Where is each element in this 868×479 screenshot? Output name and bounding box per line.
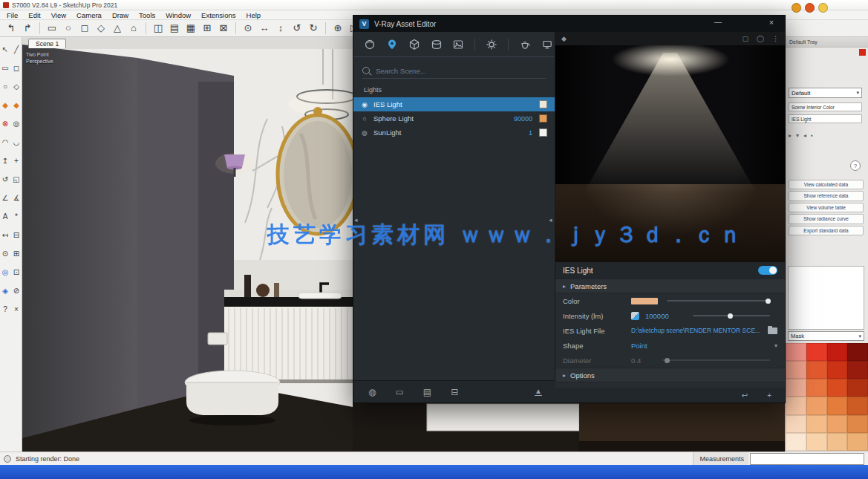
menu-file[interactable]: File: [1, 11, 23, 19]
tool-icon[interactable]: ⊞: [11, 244, 22, 263]
toolbar-icon[interactable]: ▤: [168, 22, 181, 35]
tool-icon[interactable]: ⊙: [0, 244, 11, 263]
collapse-right-icon[interactable]: ◂: [549, 216, 552, 224]
color-swatch[interactable]: [847, 397, 868, 414]
parameters-section-header[interactable]: ▸ Parameters: [555, 278, 785, 293]
plugin-icon[interactable]: [792, 3, 801, 13]
color-swatch[interactable]: [827, 379, 848, 397]
collapse-left-icon[interactable]: ◂: [354, 216, 358, 224]
tool-icon[interactable]: ↺: [0, 170, 11, 189]
menu-window[interactable]: Window: [160, 11, 196, 19]
tray-button[interactable]: Show reference data: [789, 191, 864, 201]
add-icon[interactable]: +: [767, 391, 771, 400]
toolbar-icon[interactable]: ○: [62, 22, 75, 35]
render-elements-icon[interactable]: [451, 37, 466, 52]
tool-icon[interactable]: A: [0, 207, 11, 226]
vray-bottom-icon[interactable]: ▤: [423, 387, 431, 397]
color-swatch[interactable]: [827, 361, 848, 379]
tool-icon[interactable]: ↖: [0, 40, 11, 59]
color-swatch[interactable]: [827, 433, 848, 451]
tray-icon[interactable]: ◂: [803, 132, 806, 139]
tool-icon[interactable]: ?: [0, 300, 11, 319]
toolbar-icon[interactable]: △: [111, 22, 124, 35]
tool-icon[interactable]: ↥: [0, 151, 11, 170]
color-swatch[interactable]: [847, 415, 868, 433]
menu-view[interactable]: View: [46, 11, 71, 19]
toolbar-icon[interactable]: ◇: [94, 22, 108, 35]
menu-extensions[interactable]: Extensions: [196, 11, 241, 19]
options-section-header[interactable]: ▸ Options: [555, 368, 785, 382]
menu-camera[interactable]: Camera: [71, 11, 107, 19]
render-toolbar-icon[interactable]: ▢: [742, 35, 748, 42]
settings-gear-icon[interactable]: [484, 37, 499, 52]
record-badge[interactable]: [859, 49, 866, 56]
color-swatch[interactable]: [806, 361, 827, 379]
color-swatch[interactable]: [847, 361, 868, 379]
intensity-slider[interactable]: [693, 315, 770, 316]
light-row[interactable]: ◍SunLight1: [353, 126, 555, 140]
tool-icon[interactable]: ○: [0, 77, 11, 96]
toolbar-icon[interactable]: ↰: [4, 22, 18, 35]
tool-icon[interactable]: ╱: [11, 40, 22, 59]
materials-icon[interactable]: [362, 37, 377, 52]
tray-header[interactable]: Default Tray: [786, 37, 868, 48]
tray-button[interactable]: View calculated data: [789, 180, 864, 189]
color-swatch[interactable]: [806, 343, 827, 361]
color-swatch[interactable]: [786, 415, 806, 433]
color-swatch[interactable]: [786, 397, 806, 414]
texture-slot-icon[interactable]: [631, 312, 639, 320]
preview-teapot-icon[interactable]: [518, 37, 532, 52]
tool-icon[interactable]: ⊟: [11, 226, 22, 244]
menu-help[interactable]: Help: [241, 11, 267, 19]
tray-icon[interactable]: ▸: [789, 132, 792, 139]
tool-icon[interactable]: ◆: [11, 96, 22, 114]
render-menu-icon[interactable]: ◆: [561, 35, 567, 42]
tool-icon[interactable]: ∠: [0, 189, 11, 207]
plugin-icon[interactable]: [805, 3, 815, 13]
tool-icon[interactable]: ◆: [0, 96, 11, 114]
tool-icon[interactable]: ×: [11, 300, 22, 319]
tray-default-dropdown[interactable]: Default ▾: [789, 88, 862, 98]
light-row[interactable]: ○Sphere Light90000: [353, 111, 555, 126]
close-button[interactable]: ×: [766, 18, 777, 27]
vray-bottom-icon[interactable]: ⊟: [451, 387, 458, 397]
color-swatch[interactable]: [847, 379, 868, 397]
tool-icon[interactable]: ◱: [11, 170, 22, 189]
tray-icon[interactable]: ▪: [811, 132, 813, 139]
folder-icon[interactable]: [768, 328, 777, 334]
light-enabled-toggle[interactable]: [758, 266, 777, 275]
tool-icon[interactable]: ◎: [0, 263, 11, 281]
vray-bottom-icon[interactable]: ◍: [368, 387, 376, 397]
light-color-swatch[interactable]: [539, 114, 547, 123]
tool-icon[interactable]: ◠: [0, 133, 11, 151]
tool-icon[interactable]: ◎: [11, 114, 22, 133]
light-row[interactable]: ◉IES Light: [353, 97, 555, 111]
color-swatch[interactable]: [786, 343, 806, 361]
left-wall[interactable]: [22, 45, 137, 452]
minimize-button[interactable]: —: [712, 18, 724, 26]
tool-icon[interactable]: ∡: [11, 189, 22, 207]
color-swatch[interactable]: [786, 361, 806, 379]
tool-icon[interactable]: ↤: [0, 226, 11, 244]
tool-icon[interactable]: ◈: [0, 281, 11, 300]
toolbar-icon[interactable]: ↱: [21, 22, 34, 35]
bathtub[interactable]: [427, 404, 579, 431]
toolbar-icon[interactable]: ◫: [151, 22, 165, 35]
vray-titlebar[interactable]: V V-Ray Asset Editor — ×: [353, 16, 785, 32]
mask-dropdown[interactable]: Mask ▾: [788, 331, 864, 341]
tool-icon[interactable]: ◻: [11, 59, 22, 77]
intensity-value[interactable]: 100000: [645, 312, 684, 320]
color-swatch[interactable]: [806, 397, 827, 414]
color-swatch[interactable]: [631, 298, 658, 304]
menu-tools[interactable]: Tools: [134, 11, 160, 19]
toolbar-icon[interactable]: ↕: [274, 22, 287, 35]
color-swatch[interactable]: [827, 415, 848, 433]
tool-icon[interactable]: ⊘: [11, 281, 22, 300]
displacement-icon[interactable]: [429, 37, 444, 52]
tray-field-2[interactable]: IES Light: [789, 114, 862, 123]
toolbar-icon[interactable]: ⊙: [241, 22, 255, 35]
vray-bottom-icon[interactable]: ▭: [395, 387, 403, 397]
color-swatch[interactable]: [806, 415, 827, 433]
shape-value[interactable]: Point: [631, 342, 647, 350]
search-input[interactable]: [374, 66, 546, 76]
